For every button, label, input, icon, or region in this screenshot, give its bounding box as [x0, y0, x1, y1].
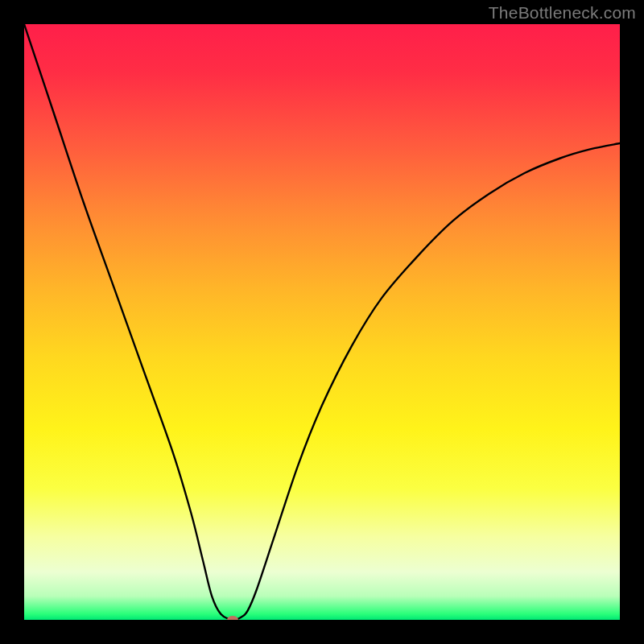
watermark-text: TheBottleneck.com: [489, 3, 636, 23]
current-point-marker: [227, 616, 238, 620]
curve-svg: [24, 24, 620, 620]
chart-frame: TheBottleneck.com: [0, 0, 644, 644]
plot-area: [24, 24, 620, 620]
bottleneck-curve: [24, 24, 620, 620]
